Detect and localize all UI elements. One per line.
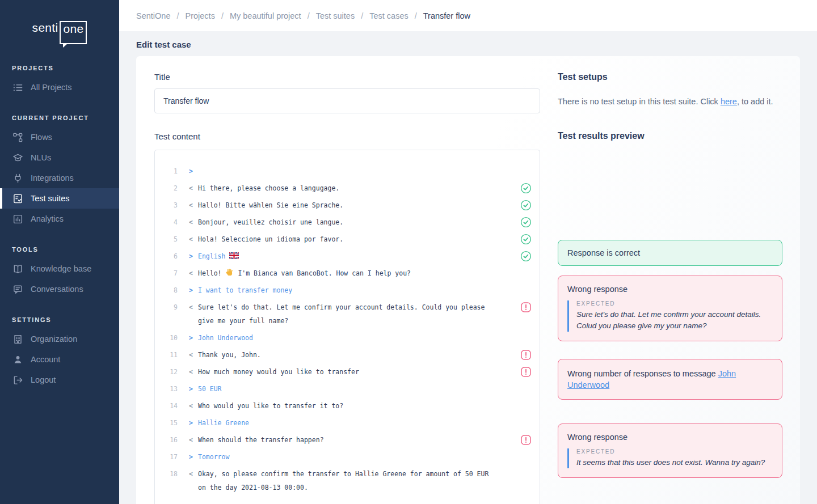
line-number: 2 bbox=[155, 181, 178, 195]
breadcrumb-separator: / bbox=[308, 11, 310, 20]
message-text: Who would you like to transfer it to? bbox=[198, 399, 518, 413]
breadcrumb: SentiOne/Projects/My beautiful project/T… bbox=[136, 11, 470, 21]
test-line[interactable]: 9<Sure let's do that. Let me confirm you… bbox=[155, 299, 540, 329]
test-line[interactable]: 8>I want to transfer money bbox=[155, 282, 540, 299]
line-number: 8 bbox=[155, 283, 178, 297]
line-number: 7 bbox=[155, 266, 178, 280]
error-icon bbox=[520, 349, 532, 361]
result-card-correct: Response is correct bbox=[558, 240, 782, 266]
test-setups-title: Test setups bbox=[558, 72, 782, 82]
line-number: 18 bbox=[155, 467, 178, 481]
sidebar-item-analytics[interactable]: Analytics bbox=[0, 209, 119, 229]
page-title: Edit test case bbox=[136, 40, 191, 49]
test-line[interactable]: 10>John Underwood bbox=[155, 329, 540, 346]
sidebar-item-logout[interactable]: Logout bbox=[0, 370, 119, 390]
bot-marker: < bbox=[189, 266, 198, 280]
breadcrumb-item[interactable]: Test cases bbox=[369, 11, 408, 20]
line-number: 17 bbox=[155, 450, 178, 464]
test-line[interactable]: 1> bbox=[155, 163, 540, 180]
sidebar-item-all-projects[interactable]: All Projects bbox=[0, 77, 119, 98]
plug-icon bbox=[12, 173, 23, 184]
test-line[interactable]: 16<When should the transfer happen? bbox=[155, 431, 540, 448]
test-content-label: Test content bbox=[154, 132, 200, 141]
check-circle-icon bbox=[520, 251, 532, 262]
breadcrumb-separator: / bbox=[221, 11, 224, 20]
right-panel: Test setups There is no test setup in th… bbox=[558, 72, 782, 478]
test-line[interactable]: 5<Hola! Seleccione un idioma por favor. bbox=[155, 231, 540, 248]
user-marker: > bbox=[189, 450, 198, 464]
sidebar-item-label: Flows bbox=[31, 133, 52, 142]
sidebar-item-organization[interactable]: Organization bbox=[0, 329, 119, 349]
list-icon bbox=[12, 82, 23, 93]
expected-label: EXPECTED bbox=[576, 300, 773, 307]
waving-hand-emoji bbox=[225, 268, 234, 277]
test-line[interactable]: 18<Okay, so please confirm the transfer … bbox=[155, 465, 540, 496]
check-circle-icon bbox=[520, 234, 532, 245]
bot-marker: < bbox=[189, 198, 198, 212]
message-text: Hi there, please choose a langugage. bbox=[198, 181, 518, 195]
logo-text-senti: senti bbox=[32, 21, 58, 44]
expected-text: It seems that this user does not exist. … bbox=[576, 457, 773, 468]
checklist-icon bbox=[12, 193, 23, 204]
sidebar-item-label: All Projects bbox=[31, 83, 72, 92]
add-test-setup-link[interactable]: here bbox=[721, 97, 737, 106]
breadcrumb-item[interactable]: Test suites bbox=[316, 11, 355, 20]
expected-text: Sure let's do that. Let me confirm your … bbox=[576, 309, 773, 332]
sidebar-section: ProjectsAll Projects bbox=[0, 65, 119, 98]
message-text: How much money would you like to transfe… bbox=[198, 365, 518, 379]
error-icon bbox=[520, 302, 532, 313]
test-line[interactable]: 17>Tomorrow bbox=[155, 448, 540, 465]
test-line[interactable]: 4<Bonjour, veuillez choisir une langue. bbox=[155, 214, 540, 231]
test-line[interactable]: 12<How much money would you like to tran… bbox=[155, 363, 540, 380]
test-line[interactable]: 15>Hallie Greene bbox=[155, 414, 540, 431]
title-input[interactable] bbox=[154, 88, 540, 113]
uk-flag-emoji bbox=[229, 252, 239, 259]
sidebar-item-nlus[interactable]: NLUs bbox=[0, 147, 119, 168]
sidebar-item-account[interactable]: Account bbox=[0, 349, 119, 370]
sidebar-item-flows[interactable]: Flows bbox=[0, 127, 119, 147]
test-line[interactable]: 14<Who would you like to transfer it to? bbox=[155, 397, 540, 414]
result-card-title: Wrong number of responses to message Joh… bbox=[567, 368, 773, 391]
test-line[interactable]: 11<Thank you, John. bbox=[155, 346, 540, 363]
sidebar: sentione ProjectsAll ProjectsCurrent pro… bbox=[0, 0, 119, 504]
sidebar-item-test-suites[interactable]: Test suites bbox=[0, 188, 119, 209]
result-card-title: Response is correct bbox=[567, 247, 773, 259]
sidebar-section: Current projectFlowsNLUsIntegrationsTest… bbox=[0, 115, 119, 229]
result-card-title: Wrong response bbox=[567, 283, 773, 295]
test-line[interactable]: 2<Hi there, please choose a langugage. bbox=[155, 180, 540, 197]
flow-icon bbox=[12, 132, 23, 143]
sidebar-item-label: Knowledge base bbox=[31, 264, 91, 273]
line-number: 9 bbox=[155, 300, 178, 314]
breadcrumb-item[interactable]: Projects bbox=[186, 11, 215, 20]
test-content-editor[interactable]: 1>2<Hi there, please choose a langugage.… bbox=[154, 150, 540, 504]
line-number: 16 bbox=[155, 433, 178, 447]
sidebar-item-label: Logout bbox=[31, 375, 56, 384]
test-line[interactable]: 6>English bbox=[155, 248, 540, 265]
bot-marker: < bbox=[189, 399, 198, 413]
bot-marker: < bbox=[189, 181, 198, 195]
sidebar-item-integrations[interactable]: Integrations bbox=[0, 168, 119, 188]
user-icon bbox=[12, 354, 23, 365]
breadcrumb-item[interactable]: SentiOne bbox=[136, 11, 170, 20]
sidebar-section-title: Settings bbox=[0, 316, 119, 323]
sidebar-item-label: NLUs bbox=[31, 153, 51, 162]
breadcrumb-separator: / bbox=[415, 11, 417, 20]
test-line[interactable]: 7<Hello! I'm Bianca van BancoBot. How ca… bbox=[155, 265, 540, 282]
user-marker: > bbox=[189, 416, 198, 430]
sidebar-item-label: Analytics bbox=[31, 214, 64, 223]
line-number: 3 bbox=[155, 198, 178, 212]
test-line[interactable]: 13>50 EUR bbox=[155, 380, 540, 397]
logout-icon bbox=[12, 375, 23, 386]
breadcrumb-item[interactable]: My beautiful project bbox=[230, 11, 301, 20]
sidebar-item-knowledge-base[interactable]: Knowledge base bbox=[0, 259, 119, 279]
user-marker: > bbox=[189, 249, 198, 263]
message-text: Okay, so please confirm the transfer to … bbox=[198, 467, 518, 494]
result-card-wrong-response: Wrong responseEXPECTEDIt seems that this… bbox=[558, 423, 782, 478]
title-label: Title bbox=[154, 72, 170, 82]
result-card-wrong-response: Wrong responseEXPECTEDSure let's do that… bbox=[558, 276, 782, 341]
test-line[interactable]: 3<Hallo! Bitte wählen Sie eine Sprache. bbox=[155, 197, 540, 214]
sentione-logo[interactable]: sentione bbox=[0, 0, 119, 44]
sidebar-item-conversations[interactable]: Conversations bbox=[0, 279, 119, 299]
message-text: When should the transfer happen? bbox=[198, 433, 518, 447]
bot-marker: < bbox=[189, 232, 198, 246]
